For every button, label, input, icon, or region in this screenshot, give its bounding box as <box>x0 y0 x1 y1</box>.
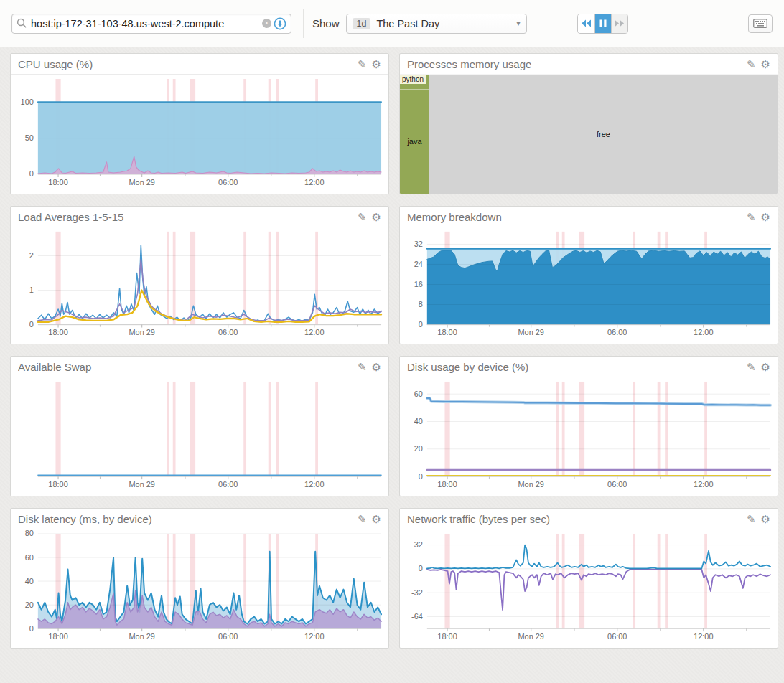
svg-text:12:00: 12:00 <box>694 632 713 641</box>
panel-title: Disk usage by device (%) <box>407 361 747 373</box>
panel-load-averages: Load Averages 1-5-15 ✎⚙ 01218:00Mon 2906… <box>10 206 389 344</box>
svg-text:16: 16 <box>414 280 423 288</box>
panel-disk-latency: Disk latency (ms, by device) ✎⚙ 02040608… <box>10 508 389 649</box>
show-label: Show <box>312 17 340 29</box>
panel-cpu-usage: CPU usage (%) ✎⚙ 05010018:00Mon 2906:001… <box>10 53 389 194</box>
settings-gear-icon[interactable]: ⚙ <box>761 362 770 372</box>
cpu-usage-chart[interactable]: 05010018:00Mon 2906:0012:00 <box>11 75 388 194</box>
timeframe-dropdown[interactable]: 1d The Past Day ▾ <box>346 14 527 34</box>
svg-text:60: 60 <box>414 390 423 398</box>
edit-pencil-icon[interactable]: ✎ <box>747 362 756 372</box>
disk-usage-chart[interactable]: 020406018:00Mon 2906:0012:00 <box>400 377 778 496</box>
panel-header: Processes memory usage ✎⚙ <box>400 54 778 75</box>
panel-header: Network traffic (bytes per sec) ✎⚙ <box>400 509 778 529</box>
svg-text:06:00: 06:00 <box>218 632 238 641</box>
panel-header: CPU usage (%) ✎⚙ <box>11 54 388 75</box>
panel-title: Memory breakdown <box>407 211 747 223</box>
svg-text:0: 0 <box>419 320 423 329</box>
keyboard-shortcuts-button[interactable] <box>748 14 773 33</box>
panel-title: Available Swap <box>18 361 358 373</box>
svg-text:0: 0 <box>419 564 423 573</box>
pause-button[interactable] <box>594 14 611 33</box>
forward-icon <box>614 19 625 27</box>
svg-text:12:00: 12:00 <box>304 328 324 336</box>
panel-header: Available Swap ✎⚙ <box>11 357 388 377</box>
chevron-down-icon: ▾ <box>517 19 521 27</box>
memory-breakdown-chart[interactable]: 0816243218:00Mon 2906:0012:00 <box>400 227 778 344</box>
svg-text:06:00: 06:00 <box>607 328 627 336</box>
svg-text:40: 40 <box>25 577 34 585</box>
network-traffic-chart[interactable]: -64-3203218:00Mon 2906:0012:00 <box>400 529 778 648</box>
panel-title: Processes memory usage <box>407 58 747 70</box>
disk-latency-chart[interactable]: 02040608018:00Mon 2906:0012:00 <box>11 529 388 648</box>
svg-text:Mon 29: Mon 29 <box>129 178 155 187</box>
svg-text:12:00: 12:00 <box>304 178 324 187</box>
svg-text:06:00: 06:00 <box>607 480 627 489</box>
svg-text:18:00: 18:00 <box>437 480 457 489</box>
edit-pencil-icon[interactable]: ✎ <box>747 59 756 70</box>
svg-text:06:00: 06:00 <box>218 480 238 489</box>
svg-text:8: 8 <box>419 300 423 308</box>
svg-text:18:00: 18:00 <box>437 328 457 336</box>
svg-text:100: 100 <box>21 98 34 106</box>
edit-pencil-icon[interactable]: ✎ <box>358 362 367 372</box>
rewind-button[interactable] <box>578 14 594 33</box>
search-input[interactable] <box>31 18 271 29</box>
playback-controls <box>577 14 628 34</box>
svg-text:12:00: 12:00 <box>694 328 713 336</box>
settings-gear-icon[interactable]: ⚙ <box>372 212 381 222</box>
panel-title: Load Averages 1-5-15 <box>18 211 358 223</box>
svg-text:Mon 29: Mon 29 <box>518 328 543 336</box>
svg-text:06:00: 06:00 <box>607 632 627 641</box>
edit-pencil-icon[interactable]: ✎ <box>358 59 367 70</box>
topbar-divider <box>303 9 304 38</box>
svg-text:80: 80 <box>25 529 34 537</box>
settings-gear-icon[interactable]: ⚙ <box>372 59 381 70</box>
edit-pencil-icon[interactable]: ✎ <box>358 514 367 524</box>
treemap-cell-label: python <box>400 75 426 84</box>
svg-text:40: 40 <box>414 417 423 425</box>
svg-text:18:00: 18:00 <box>48 328 67 336</box>
svg-text:Mon 29: Mon 29 <box>129 632 155 641</box>
submit-query-icon[interactable] <box>274 17 286 30</box>
host-search: × <box>11 14 291 34</box>
svg-text:06:00: 06:00 <box>218 178 238 187</box>
treemap-cell-free[interactable]: free <box>429 75 778 194</box>
keyboard-icon <box>753 19 767 28</box>
timeframe-badge: 1d <box>353 18 371 29</box>
treemap-cell-java[interactable]: java <box>400 90 429 194</box>
panel-header: Memory breakdown ✎⚙ <box>400 207 778 227</box>
edit-pencil-icon[interactable]: ✎ <box>747 212 756 222</box>
svg-text:18:00: 18:00 <box>437 632 457 641</box>
settings-gear-icon[interactable]: ⚙ <box>372 514 381 524</box>
settings-gear-icon[interactable]: ⚙ <box>761 514 770 524</box>
process-memory-treemap[interactable]: pythonjavafree <box>400 75 778 194</box>
svg-text:20: 20 <box>25 600 34 609</box>
load-averages-chart[interactable]: 01218:00Mon 2906:0012:00 <box>11 227 388 344</box>
edit-pencil-icon[interactable]: ✎ <box>358 212 367 222</box>
forward-button[interactable] <box>611 14 627 33</box>
settings-gear-icon[interactable]: ⚙ <box>761 59 770 70</box>
search-icon <box>17 18 27 29</box>
svg-text:24: 24 <box>414 260 423 268</box>
settings-gear-icon[interactable]: ⚙ <box>372 362 381 372</box>
svg-text:60: 60 <box>25 553 34 562</box>
treemap-cell-python[interactable]: python <box>400 75 429 90</box>
svg-text:20: 20 <box>414 444 423 453</box>
svg-text:Mon 29: Mon 29 <box>129 328 154 336</box>
rewind-icon <box>581 19 592 27</box>
available-swap-chart[interactable]: 18:00Mon 2906:0012:00 <box>11 377 388 496</box>
svg-text:18:00: 18:00 <box>48 178 67 187</box>
edit-pencil-icon[interactable]: ✎ <box>747 514 756 524</box>
panel-disk-usage: Disk usage by device (%) ✎⚙ 020406018:00… <box>399 356 778 496</box>
svg-text:0: 0 <box>29 624 34 633</box>
panel-network-traffic: Network traffic (bytes per sec) ✎⚙ -64-3… <box>399 508 778 649</box>
topbar: × Show 1d The Past Day ▾ <box>0 0 784 47</box>
svg-text:12:00: 12:00 <box>304 632 324 641</box>
panel-header: Load Averages 1-5-15 ✎⚙ <box>11 207 388 227</box>
pause-icon <box>599 19 607 27</box>
clear-icon[interactable]: × <box>262 19 271 28</box>
settings-gear-icon[interactable]: ⚙ <box>761 212 770 222</box>
svg-text:0: 0 <box>29 169 34 178</box>
svg-text:-32: -32 <box>411 588 423 597</box>
